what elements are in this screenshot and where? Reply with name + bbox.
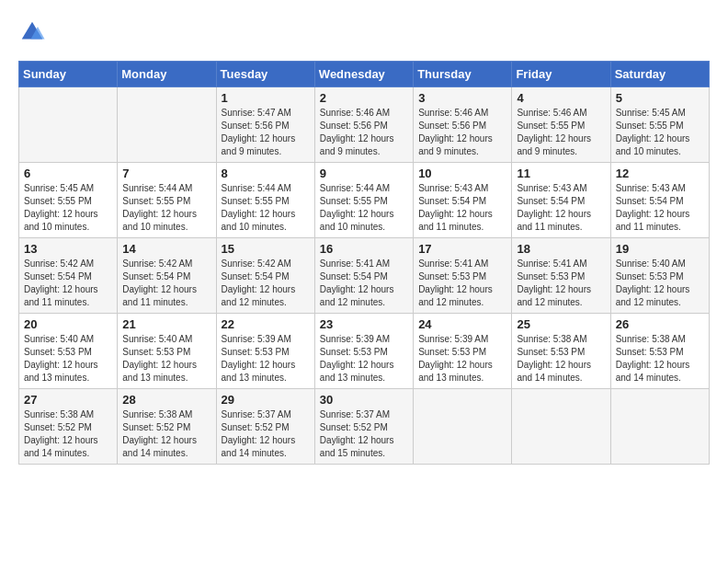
calendar-cell: 3Sunrise: 5:46 AM Sunset: 5:56 PM Daylig… [414, 87, 512, 163]
calendar-cell [512, 389, 610, 465]
day-info: Sunrise: 5:42 AM Sunset: 5:54 PM Dayligh… [222, 258, 310, 309]
calendar-cell: 24Sunrise: 5:39 AM Sunset: 5:53 PM Dayli… [414, 314, 512, 389]
calendar-cell: 12Sunrise: 5:43 AM Sunset: 5:54 PM Dayli… [610, 163, 709, 238]
day-info: Sunrise: 5:43 AM Sunset: 5:54 PM Dayligh… [517, 182, 605, 234]
calendar-cell: 14Sunrise: 5:42 AM Sunset: 5:54 PM Dayli… [118, 238, 216, 314]
day-info: Sunrise: 5:44 AM Sunset: 5:55 PM Dayligh… [122, 182, 210, 234]
day-number: 5 [616, 91, 704, 105]
calendar-cell: 2Sunrise: 5:46 AM Sunset: 5:56 PM Daylig… [314, 87, 413, 163]
calendar-cell [19, 87, 118, 163]
day-info: Sunrise: 5:47 AM Sunset: 5:56 PM Dayligh… [222, 107, 310, 158]
day-number: 18 [517, 242, 605, 256]
day-number: 24 [418, 317, 506, 331]
calendar-cell: 16Sunrise: 5:41 AM Sunset: 5:54 PM Dayli… [314, 238, 413, 314]
day-info: Sunrise: 5:37 AM Sunset: 5:52 PM Dayligh… [222, 408, 310, 460]
day-header-saturday: Saturday [610, 62, 709, 87]
day-info: Sunrise: 5:38 AM Sunset: 5:53 PM Dayligh… [616, 333, 704, 385]
calendar-cell: 5Sunrise: 5:45 AM Sunset: 5:55 PM Daylig… [610, 87, 709, 163]
day-number: 4 [517, 91, 605, 105]
day-info: Sunrise: 5:43 AM Sunset: 5:54 PM Dayligh… [616, 182, 704, 234]
day-info: Sunrise: 5:45 AM Sunset: 5:55 PM Dayligh… [616, 107, 704, 158]
logo [18, 18, 48, 46]
calendar-cell [414, 389, 512, 465]
day-number: 28 [122, 393, 210, 407]
day-header-thursday: Thursday [414, 62, 512, 87]
calendar-cell: 27Sunrise: 5:38 AM Sunset: 5:52 PM Dayli… [19, 389, 118, 465]
calendar-cell: 29Sunrise: 5:37 AM Sunset: 5:52 PM Dayli… [216, 389, 314, 465]
day-info: Sunrise: 5:44 AM Sunset: 5:55 PM Dayligh… [222, 182, 310, 234]
day-info: Sunrise: 5:40 AM Sunset: 5:53 PM Dayligh… [24, 333, 112, 385]
calendar-table: SundayMondayTuesdayWednesdayThursdayFrid… [18, 61, 710, 465]
logo-icon [18, 18, 46, 46]
calendar-cell: 23Sunrise: 5:39 AM Sunset: 5:53 PM Dayli… [314, 314, 413, 389]
calendar-cell: 17Sunrise: 5:41 AM Sunset: 5:53 PM Dayli… [414, 238, 512, 314]
day-number: 1 [222, 91, 310, 105]
day-number: 15 [222, 242, 310, 256]
day-number: 11 [517, 167, 605, 180]
day-number: 22 [222, 317, 310, 331]
calendar-cell: 7Sunrise: 5:44 AM Sunset: 5:55 PM Daylig… [118, 163, 216, 238]
day-info: Sunrise: 5:46 AM Sunset: 5:56 PM Dayligh… [418, 107, 506, 158]
day-number: 23 [320, 317, 408, 331]
day-info: Sunrise: 5:40 AM Sunset: 5:53 PM Dayligh… [616, 258, 704, 309]
day-number: 9 [320, 167, 408, 180]
day-number: 8 [222, 167, 310, 180]
calendar-cell: 10Sunrise: 5:43 AM Sunset: 5:54 PM Dayli… [414, 163, 512, 238]
calendar-cell: 21Sunrise: 5:40 AM Sunset: 5:53 PM Dayli… [118, 314, 216, 389]
day-info: Sunrise: 5:38 AM Sunset: 5:52 PM Dayligh… [122, 408, 210, 460]
day-number: 27 [24, 393, 112, 407]
day-header-sunday: Sunday [19, 62, 118, 87]
day-info: Sunrise: 5:41 AM Sunset: 5:53 PM Dayligh… [517, 258, 605, 309]
day-number: 30 [320, 393, 408, 407]
calendar-cell: 28Sunrise: 5:38 AM Sunset: 5:52 PM Dayli… [118, 389, 216, 465]
day-header-wednesday: Wednesday [314, 62, 413, 87]
day-info: Sunrise: 5:39 AM Sunset: 5:53 PM Dayligh… [418, 333, 506, 385]
calendar-cell: 26Sunrise: 5:38 AM Sunset: 5:53 PM Dayli… [610, 314, 709, 389]
day-info: Sunrise: 5:40 AM Sunset: 5:53 PM Dayligh… [122, 333, 210, 385]
calendar-cell: 9Sunrise: 5:44 AM Sunset: 5:55 PM Daylig… [314, 163, 413, 238]
calendar-cell: 15Sunrise: 5:42 AM Sunset: 5:54 PM Dayli… [216, 238, 314, 314]
day-info: Sunrise: 5:38 AM Sunset: 5:52 PM Dayligh… [24, 408, 112, 460]
calendar-cell: 20Sunrise: 5:40 AM Sunset: 5:53 PM Dayli… [19, 314, 118, 389]
day-number: 16 [320, 242, 408, 256]
day-number: 25 [517, 317, 605, 331]
calendar-cell: 30Sunrise: 5:37 AM Sunset: 5:52 PM Dayli… [314, 389, 413, 465]
day-number: 6 [24, 167, 112, 180]
day-number: 29 [222, 393, 310, 407]
day-number: 20 [24, 317, 112, 331]
day-number: 3 [418, 91, 506, 105]
day-number: 17 [418, 242, 506, 256]
day-info: Sunrise: 5:46 AM Sunset: 5:56 PM Dayligh… [320, 107, 408, 158]
day-number: 21 [122, 317, 210, 331]
calendar-cell: 6Sunrise: 5:45 AM Sunset: 5:55 PM Daylig… [19, 163, 118, 238]
day-number: 7 [122, 167, 210, 180]
day-number: 12 [616, 167, 704, 180]
day-info: Sunrise: 5:39 AM Sunset: 5:53 PM Dayligh… [222, 333, 310, 385]
calendar-cell: 19Sunrise: 5:40 AM Sunset: 5:53 PM Dayli… [610, 238, 709, 314]
calendar-cell: 13Sunrise: 5:42 AM Sunset: 5:54 PM Dayli… [19, 238, 118, 314]
day-number: 26 [616, 317, 704, 331]
day-info: Sunrise: 5:44 AM Sunset: 5:55 PM Dayligh… [320, 182, 408, 234]
calendar-cell [610, 389, 709, 465]
day-header-monday: Monday [118, 62, 216, 87]
day-info: Sunrise: 5:46 AM Sunset: 5:55 PM Dayligh… [517, 107, 605, 158]
day-info: Sunrise: 5:45 AM Sunset: 5:55 PM Dayligh… [24, 182, 112, 234]
calendar-cell: 22Sunrise: 5:39 AM Sunset: 5:53 PM Dayli… [216, 314, 314, 389]
calendar-cell: 25Sunrise: 5:38 AM Sunset: 5:53 PM Dayli… [512, 314, 610, 389]
day-info: Sunrise: 5:37 AM Sunset: 5:52 PM Dayligh… [320, 408, 408, 460]
calendar-cell [118, 87, 216, 163]
calendar-cell: 4Sunrise: 5:46 AM Sunset: 5:55 PM Daylig… [512, 87, 610, 163]
page-header [18, 18, 710, 46]
day-info: Sunrise: 5:39 AM Sunset: 5:53 PM Dayligh… [320, 333, 408, 385]
calendar-cell: 18Sunrise: 5:41 AM Sunset: 5:53 PM Dayli… [512, 238, 610, 314]
day-number: 19 [616, 242, 704, 256]
day-number: 2 [320, 91, 408, 105]
day-number: 10 [418, 167, 506, 180]
day-info: Sunrise: 5:42 AM Sunset: 5:54 PM Dayligh… [122, 258, 210, 309]
day-info: Sunrise: 5:43 AM Sunset: 5:54 PM Dayligh… [418, 182, 506, 234]
day-number: 14 [122, 242, 210, 256]
day-info: Sunrise: 5:41 AM Sunset: 5:54 PM Dayligh… [320, 258, 408, 309]
calendar-cell: 1Sunrise: 5:47 AM Sunset: 5:56 PM Daylig… [216, 87, 314, 163]
day-info: Sunrise: 5:38 AM Sunset: 5:53 PM Dayligh… [517, 333, 605, 385]
day-info: Sunrise: 5:41 AM Sunset: 5:53 PM Dayligh… [418, 258, 506, 309]
